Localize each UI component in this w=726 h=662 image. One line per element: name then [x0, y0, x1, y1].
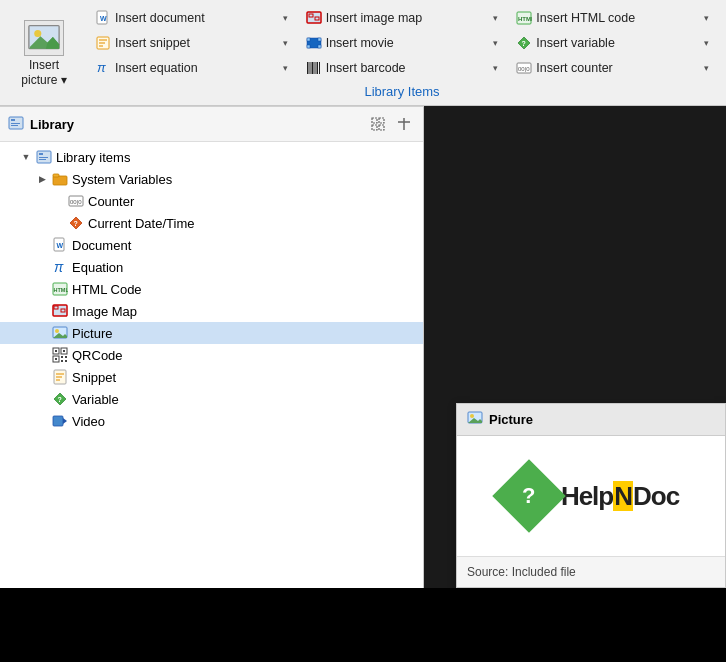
video-label: Video — [72, 414, 415, 429]
library-pin-button[interactable] — [393, 113, 415, 135]
tree-item-video[interactable]: ▶ Video — [0, 410, 423, 432]
svg-rect-36 — [379, 118, 384, 123]
tree-item-variable[interactable]: ▶ ? Variable — [0, 388, 423, 410]
insert-movie-button[interactable]: Insert movie ▾ — [297, 31, 508, 55]
tree-item-datetime[interactable]: ▶ ? Current Date/Time — [0, 212, 423, 234]
insert-document-label: Insert document — [115, 11, 277, 25]
helpndoc-question-mark: ? — [522, 483, 535, 509]
helpndoc-help: Help — [561, 481, 613, 511]
svg-text:?: ? — [74, 220, 78, 227]
tree-item-snippet[interactable]: ▶ Snippet — [0, 366, 423, 388]
svg-rect-27 — [316, 62, 318, 74]
doc-icon: W — [95, 10, 111, 26]
svg-rect-69 — [65, 356, 67, 358]
library-panel-title: Library — [30, 117, 74, 132]
tree-item-library-items[interactable]: ▼ Library items — [0, 146, 423, 168]
svg-text:W: W — [57, 242, 64, 249]
insert-equation-button[interactable]: π Insert equation ▾ — [86, 56, 297, 80]
svg-text:π: π — [54, 259, 64, 275]
right-dark-area: Picture ? HelpNDoc Source: Included file — [424, 106, 726, 588]
preview-source: Source: Included file — [457, 556, 725, 587]
svg-rect-19 — [318, 45, 321, 48]
helpndoc-doc: Doc — [633, 481, 679, 511]
toolbar: Insertpicture ▾ W Insert document ▾ — [0, 0, 726, 106]
insert-image-map-arrow: ▾ — [493, 13, 498, 23]
insert-counter-arrow: ▾ — [704, 63, 709, 73]
insert-document-button[interactable]: W Insert document ▾ — [86, 6, 297, 30]
tree-item-document[interactable]: ▶ W Document — [0, 234, 423, 256]
insert-document-arrow: ▾ — [283, 13, 288, 23]
svg-text:00|0: 00|0 — [70, 199, 82, 205]
insert-image-map-label: Insert image map — [326, 11, 488, 25]
svg-rect-67 — [55, 358, 57, 360]
tree-item-qrcode[interactable]: ▶ QRCode — [0, 344, 423, 366]
variable-tree-icon: ? — [52, 391, 68, 407]
library-items-link[interactable]: Library Items — [86, 81, 718, 101]
svg-text:00|0: 00|0 — [518, 66, 530, 72]
insert-movie-label: Insert movie — [326, 36, 488, 50]
tree-item-system-variables[interactable]: ▶ System Variables — [0, 168, 423, 190]
svg-rect-17 — [318, 38, 321, 41]
counter-icon: 00|0 — [516, 60, 532, 76]
insert-image-map-button[interactable]: Insert image map ▾ — [297, 6, 508, 30]
system-variables-expand-arrow: ▶ — [36, 173, 48, 185]
insert-equation-arrow: ▾ — [283, 63, 288, 73]
document-label: Document — [72, 238, 415, 253]
svg-rect-16 — [307, 38, 310, 41]
datetime-label: Current Date/Time — [88, 216, 415, 231]
svg-rect-71 — [65, 360, 67, 362]
equation-icon: π — [95, 60, 111, 76]
snippet-tree-icon — [52, 369, 68, 385]
preview-panel: Picture ? HelpNDoc Source: Included file — [456, 403, 726, 588]
insert-snippet-arrow: ▾ — [283, 38, 288, 48]
insert-counter-button[interactable]: 00|0 Insert counter ▾ — [507, 56, 718, 80]
library-title-icon — [8, 115, 24, 134]
helpndoc-logo: ? HelpNDoc — [503, 470, 679, 522]
insert-counter-label: Insert counter — [536, 61, 698, 75]
datetime-icon: ? — [68, 215, 84, 231]
imagemap-tree-icon — [52, 303, 68, 319]
tree-item-equation[interactable]: ▶ π Equation — [0, 256, 423, 278]
variable-label: Variable — [72, 392, 415, 407]
insert-snippet-button[interactable]: Insert snippet ▾ — [86, 31, 297, 55]
qrcode-label: QRCode — [72, 348, 415, 363]
movie-icon — [306, 35, 322, 51]
insert-snippet-label: Insert snippet — [115, 36, 277, 50]
svg-point-60 — [55, 329, 59, 333]
insert-html-code-button[interactable]: HTML Insert HTML code ▾ — [507, 6, 718, 30]
svg-rect-65 — [63, 350, 65, 352]
insert-variable-button[interactable]: ? Insert variable ▾ — [507, 31, 718, 55]
svg-text:W: W — [100, 15, 107, 22]
image-map-label: Image Map — [72, 304, 415, 319]
svg-rect-18 — [307, 45, 310, 48]
insert-picture-label: Insertpicture ▾ — [21, 58, 66, 87]
svg-rect-23 — [307, 62, 309, 74]
preview-title: Picture — [489, 412, 533, 427]
insert-picture-icon — [24, 20, 64, 56]
svg-rect-43 — [39, 157, 48, 158]
tree-item-counter[interactable]: ▶ 00|0 Counter — [0, 190, 423, 212]
library-items-collapse-arrow: ▼ — [20, 151, 32, 163]
main-area: Library — [0, 106, 726, 588]
insert-barcode-button[interactable]: Insert barcode ▾ — [297, 56, 508, 80]
library-view-toggle-button[interactable] — [367, 113, 389, 135]
svg-text:HTML: HTML — [54, 287, 69, 293]
preview-body: ? HelpNDoc — [457, 436, 725, 556]
svg-marker-79 — [63, 418, 67, 424]
tree-item-html-code[interactable]: ▶ HTML HTML Code — [0, 278, 423, 300]
toolbar-button-grid: W Insert document ▾ Insert image map ▾ — [86, 6, 718, 101]
tree-item-image-map[interactable]: ▶ Image Map — [0, 300, 423, 322]
svg-rect-34 — [11, 125, 18, 126]
insert-picture-button[interactable]: Insertpicture ▾ — [8, 15, 80, 92]
insert-html-code-arrow: ▾ — [704, 13, 709, 23]
svg-rect-24 — [309, 62, 310, 74]
svg-text:?: ? — [522, 40, 526, 47]
svg-rect-42 — [39, 153, 43, 155]
library-header-icons — [367, 113, 415, 135]
svg-rect-28 — [319, 62, 320, 74]
library-items-icon — [36, 149, 52, 165]
insert-html-code-label: Insert HTML code — [536, 11, 698, 25]
tree-item-picture[interactable]: ▶ Picture — [0, 322, 423, 344]
svg-rect-38 — [379, 125, 384, 130]
insert-movie-arrow: ▾ — [493, 38, 498, 48]
